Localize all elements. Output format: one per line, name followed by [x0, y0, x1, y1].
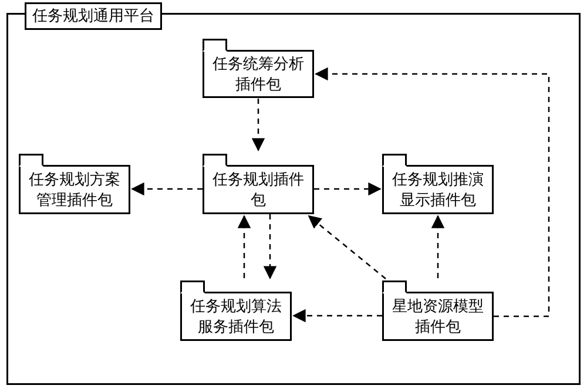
- pkg-sim-display-label: 任务规划推演显示插件包: [384, 167, 492, 212]
- pkg-algo-svc: 任务规划算法服务插件包: [180, 292, 292, 341]
- pkg-analysis-label: 任务统筹分析插件包: [204, 52, 312, 96]
- pkg-sim-display-tab: [382, 154, 407, 167]
- pkg-sim-display: 任务规划推演显示插件包: [382, 165, 494, 214]
- pkg-res-model-label: 星地资源模型插件包: [384, 293, 492, 339]
- pkg-algo-svc-label: 任务规划算法服务插件包: [182, 293, 290, 339]
- platform-title-text: 任务规划通用平台: [32, 7, 154, 24]
- pkg-planning: 任务规划插件包: [203, 165, 314, 214]
- pkg-analysis: 任务统筹分析插件包: [203, 50, 314, 98]
- pkg-plan-mgmt-label: 任务规划方案管理插件包: [21, 167, 129, 212]
- platform-title: 任务规划通用平台: [25, 2, 162, 30]
- pkg-res-model: 星地资源模型插件包: [382, 292, 494, 341]
- diagram-canvas: 任务规划通用平台 任务统筹分析插件包 任务规划方案管理插件包 任务规划插件包 任…: [0, 0, 587, 392]
- pkg-algo-svc-tab: [180, 281, 205, 293]
- pkg-res-model-tab: [382, 281, 407, 293]
- pkg-planning-tab: [203, 154, 227, 167]
- pkg-plan-mgmt-tab: [19, 154, 43, 167]
- pkg-planning-label: 任务规划插件包: [204, 167, 312, 212]
- pkg-plan-mgmt: 任务规划方案管理插件包: [19, 165, 130, 214]
- pkg-analysis-tab: [203, 39, 227, 52]
